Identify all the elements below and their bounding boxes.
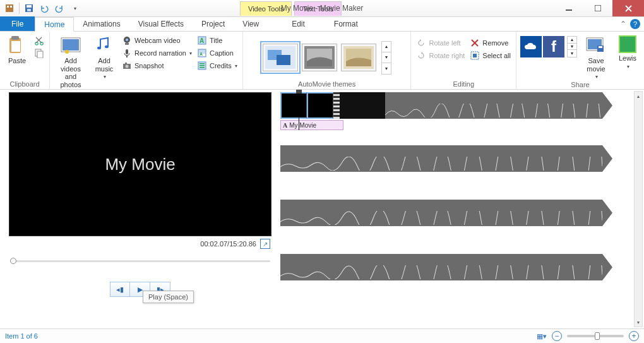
ribbon: Paste Clipboard Add videos and photos Ad… <box>0 32 644 90</box>
credits-button[interactable]: Credits▾ <box>196 60 239 71</box>
undo-icon[interactable] <box>37 1 51 15</box>
share-onedrive-icon[interactable] <box>520 36 542 57</box>
title-clip[interactable]: A My Movie <box>280 120 343 130</box>
paste-button[interactable]: Paste <box>4 33 30 65</box>
title-clip-icon: A <box>283 122 287 129</box>
clip-thumb[interactable] <box>307 92 333 119</box>
user-account-button[interactable]: Lewis▾ <box>615 33 640 69</box>
webcam-button[interactable]: Webcam video <box>121 35 193 46</box>
tab-file[interactable]: File <box>0 16 35 31</box>
tab-view[interactable]: View <box>234 16 268 31</box>
theme-default[interactable] <box>263 44 298 71</box>
svg-rect-2 <box>10 6 12 8</box>
svg-rect-23 <box>126 49 128 54</box>
playback-controls: ◂▮ ▶ ▮▸ <box>9 282 271 297</box>
close-button[interactable] <box>612 0 644 16</box>
preview-time: 00:02.07/15:20.86 <box>200 240 256 248</box>
share-gallery-scroll: ▴ ▾ ▾ <box>567 36 577 57</box>
view-thumbnails-icon[interactable]: ▦▾ <box>537 332 547 340</box>
rotate-right-button[interactable]: Rotate right <box>415 50 466 61</box>
tab-edit[interactable]: Edit <box>283 16 314 31</box>
add-music-button[interactable]: Add music▾ <box>90 33 118 80</box>
snapshot-button[interactable]: Snapshot <box>121 60 193 71</box>
tab-visual-effects[interactable]: Visual Effects <box>129 16 193 31</box>
theme-scroll-up[interactable]: ▴ <box>382 42 391 52</box>
playhead[interactable] <box>299 92 299 130</box>
preview-pane: My Movie 00:02.07/15:20.86 ↗ ◂▮ ▶ ▮▸ <box>0 90 278 328</box>
tab-animations[interactable]: Animations <box>74 16 129 31</box>
svg-rect-15 <box>63 39 79 51</box>
title-button[interactable]: ATitle <box>196 35 239 46</box>
copy-button[interactable] <box>33 47 45 59</box>
save-icon[interactable] <box>22 1 36 15</box>
scroll-down-icon[interactable]: ▾ <box>635 318 642 327</box>
prev-frame-button[interactable]: ◂▮ <box>110 282 130 297</box>
help-icon[interactable]: ? <box>630 19 640 29</box>
svg-rect-34 <box>200 63 205 64</box>
svg-rect-1 <box>7 6 9 8</box>
theme-scroll-more[interactable]: ▾ <box>382 63 391 74</box>
group-automovie: ▴ ▾ ▾ AutoMovie themes <box>243 32 412 89</box>
title-bar: ▾ Video Tools Text Tools My Movie - Movi… <box>0 0 644 17</box>
seek-bar[interactable] <box>10 256 270 265</box>
timeline-pane[interactable]: A My Movie ▴ ▾ <box>278 90 644 328</box>
share-scroll-down[interactable]: ▾ <box>568 44 576 51</box>
quick-access-toolbar: ▾ <box>0 1 81 15</box>
film-strip-icon <box>333 92 340 119</box>
tab-home[interactable]: Home <box>35 17 74 32</box>
cut-button[interactable] <box>33 35 45 46</box>
svg-rect-14 <box>37 51 43 58</box>
zoom-slider[interactable] <box>567 335 624 337</box>
rotate-left-button[interactable]: Rotate left <box>415 37 466 49</box>
zoom-thumb[interactable] <box>595 332 600 340</box>
narration-button[interactable]: Record narration▾ <box>121 47 193 59</box>
group-label-clipboard: Clipboard <box>9 79 39 89</box>
app-icon[interactable] <box>3 1 16 15</box>
zoom-out-button[interactable]: − <box>552 331 562 341</box>
zoom-in-button[interactable]: + <box>629 331 639 341</box>
timeline-clip[interactable] <box>280 145 602 172</box>
svg-rect-39 <box>277 55 290 65</box>
share-facebook-icon[interactable]: f <box>543 36 564 57</box>
minimize-button[interactable] <box>554 0 583 16</box>
timeline-clip[interactable] <box>280 92 602 119</box>
qat-customize-icon[interactable]: ▾ <box>68 1 81 15</box>
timeline-clip[interactable] <box>280 254 602 280</box>
maximize-button[interactable] <box>583 0 612 16</box>
timeline-scrollbar[interactable]: ▴ ▾ <box>634 91 643 327</box>
select-all-button[interactable]: Select all <box>468 50 512 61</box>
remove-button[interactable]: Remove <box>468 37 512 49</box>
tab-project[interactable]: Project <box>193 16 234 31</box>
clip-thumb[interactable] <box>280 92 307 119</box>
ribbon-tabs: File Home Animations Visual Effects Proj… <box>0 17 644 32</box>
redo-icon[interactable] <box>52 1 66 15</box>
seek-thumb[interactable] <box>10 258 16 264</box>
theme-scroll-down[interactable]: ▾ <box>382 52 391 63</box>
save-movie-button[interactable]: Save movie▾ <box>582 33 610 80</box>
timeline-clip[interactable] <box>280 200 602 226</box>
theme-3[interactable] <box>341 44 376 71</box>
caption-button[interactable]: ACaption <box>196 47 239 59</box>
preview-title-text: My Movie <box>105 155 175 174</box>
save-movie-label: Save movie <box>587 57 605 73</box>
tab-format[interactable]: Format <box>325 16 367 31</box>
svg-text:A: A <box>200 52 203 56</box>
svg-rect-35 <box>200 65 205 66</box>
share-scroll-more[interactable]: ▾ <box>568 50 576 57</box>
svg-point-21 <box>126 39 128 41</box>
add-music-label: Add music <box>95 57 114 73</box>
svg-rect-9 <box>11 36 19 40</box>
paste-label: Paste <box>8 57 26 65</box>
theme-2[interactable] <box>302 44 337 71</box>
preview-monitor[interactable]: My Movie <box>9 92 271 236</box>
scroll-up-icon[interactable]: ▴ <box>635 92 642 100</box>
svg-rect-49 <box>599 46 602 48</box>
svg-rect-22 <box>125 43 129 45</box>
share-scroll-up[interactable]: ▴ <box>568 37 576 44</box>
svg-text:A: A <box>200 37 204 44</box>
group-add: Add videos and photos Add music▾ Webcam … <box>50 32 243 89</box>
add-videos-button[interactable]: Add videos and photos <box>54 33 88 89</box>
svg-rect-36 <box>200 67 205 68</box>
fullscreen-icon[interactable]: ↗ <box>260 239 270 249</box>
minimize-ribbon-icon[interactable]: ⌃ <box>620 20 626 28</box>
